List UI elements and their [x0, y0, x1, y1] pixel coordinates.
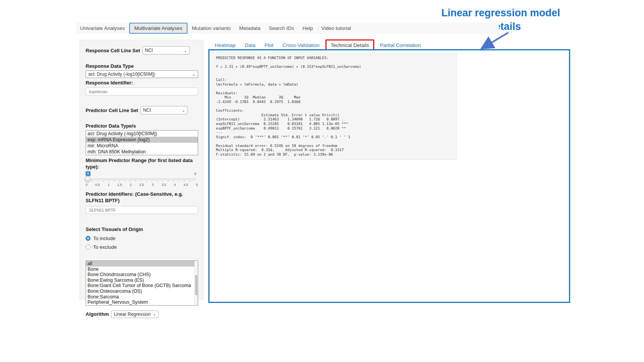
- nav-mutation-variants[interactable]: Mutation variants: [188, 23, 235, 33]
- nav-help[interactable]: Help: [298, 23, 317, 33]
- list-option[interactable]: Bone:Giant Cell Tumor of Bone (GCTB) Sar…: [86, 283, 198, 289]
- list-option[interactable]: Bone:Osteosarcoma (OS): [86, 289, 198, 294]
- control-sidebar: Response Cell Line Set NCI ⌄ Response Da…: [80, 40, 203, 300]
- predictor-identifiers-input[interactable]: SLFN11 BPTF: [86, 206, 198, 214]
- slider-ticks: [87, 181, 195, 182]
- list-option[interactable]: act: Drug Activity (-log10[IC50M]): [86, 131, 198, 137]
- tab-technical-details[interactable]: Technical Details: [327, 41, 373, 50]
- technical-details-panel: PREDICTED RESPONSE AS A FUNCTION OF INPU…: [208, 49, 570, 303]
- tick-label: 3.5: [161, 183, 166, 187]
- list-option-selected[interactable]: all: [86, 261, 198, 267]
- nav-univariate-analyses[interactable]: Univariate Analyses: [76, 23, 129, 33]
- chevron-down-icon: ⌄: [192, 72, 195, 76]
- tick-label: 1: [108, 183, 109, 187]
- response-cell-line-set-select[interactable]: NCI ⌄: [142, 46, 190, 55]
- tick-label: 2: [130, 183, 132, 187]
- list-option[interactable]: Bone:Chondrosarcoma (CHS): [86, 272, 198, 278]
- tick-label: 5: [196, 183, 198, 187]
- predictor-data-types-listbox: act: Drug Activity (-log10[IC50M]) exp: …: [86, 130, 198, 155]
- tick-label: 2.5: [139, 183, 144, 187]
- min-predictor-range-label: Minimum Predictor Range (for first liste…: [86, 157, 195, 170]
- predictor-cell-line-set-label: Predictor Cell Line Set: [86, 107, 138, 114]
- tick-label: 0.5: [95, 183, 100, 187]
- algorithm-select[interactable]: Linear Regression ⌄: [111, 311, 159, 318]
- predictor-cell-line-set-value: NCI: [143, 108, 151, 113]
- slider-max-label: 5: [194, 172, 196, 176]
- predictor-cell-line-set-select[interactable]: NCI ⌄: [141, 106, 188, 114]
- list-option[interactable]: Bone:Ewing Sarcoma (ES): [86, 278, 198, 283]
- chevron-down-icon: ⌄: [182, 108, 185, 112]
- tick-label: 4.5: [184, 183, 188, 187]
- scrollbar-thumb[interactable]: [195, 275, 197, 295]
- annotation-line1: Linear regression model: [441, 6, 560, 20]
- response-data-type-value: act: Drug Activity (-log10[IC50M]): [88, 72, 155, 77]
- slider-track[interactable]: [86, 178, 196, 180]
- listbox-scrollbar[interactable]: [194, 261, 198, 305]
- predictor-data-types-label: Predictor Data Type/s: [86, 123, 197, 129]
- response-data-type-label: Response Data Type: [86, 63, 197, 69]
- tissue-listbox: all Bone Bone:Chondrosarcoma (CHS) Bone:…: [86, 261, 198, 306]
- algorithm-label: Algorithm: [86, 311, 109, 317]
- regression-model-output: PREDICTED RESPONSE AS A FUNCTION OF INPU…: [212, 53, 457, 160]
- nav-multivariate-analyses[interactable]: Multivariate Analyses: [129, 23, 188, 34]
- nav-search-ids[interactable]: Search IDs: [264, 23, 298, 33]
- tick-label: 1.5: [117, 183, 122, 187]
- nav-video-tutorial[interactable]: Video tutorial: [317, 23, 355, 33]
- response-cell-line-set-value: NCI: [145, 48, 153, 53]
- list-option[interactable]: Bone:Sarcoma: [86, 294, 198, 300]
- list-option[interactable]: Bone: [86, 267, 198, 272]
- tissue-origin-label: Select Tissue/s of Origin: [86, 226, 197, 232]
- tick-label: 0: [86, 183, 88, 187]
- radio-to-include[interactable]: To include: [86, 236, 197, 241]
- response-identifier-value: topotecan: [89, 89, 107, 94]
- list-option-selected[interactable]: exp: mRNA Expression (log2): [86, 137, 198, 143]
- radio-to-exclude[interactable]: To exclude: [86, 244, 197, 250]
- predictor-identifiers-value: SLFN11 BPTF: [89, 208, 116, 212]
- slider-tick-labels: 0 0.5 1 1.5 2 2.5 3 3.5 4 4.5 5: [86, 183, 198, 187]
- radio-to-exclude-label: To exclude: [93, 244, 117, 250]
- tick-label: 4: [174, 183, 176, 187]
- slider-value-badge: 0: [86, 171, 91, 176]
- list-option[interactable]: mth: DNA 850K Methylation: [86, 149, 198, 155]
- response-identifier-label: Response Identifier:: [86, 80, 197, 86]
- annotation-arrow-icon: [474, 31, 515, 51]
- tick-label: 3: [152, 183, 154, 187]
- slider-handle[interactable]: [84, 176, 91, 183]
- response-data-type-select[interactable]: act: Drug Activity (-log10[IC50M]) ⌄: [86, 70, 198, 78]
- nav-metadata[interactable]: Metadata: [235, 23, 264, 33]
- radio-button-icon: [86, 236, 91, 241]
- top-navbar: Univariate Analyses Multivariate Analyse…: [76, 22, 499, 34]
- list-option[interactable]: Peripheral_Nervous_System: [86, 300, 198, 305]
- predictor-identifiers-label: Predictor Identifiers: (Case-Sensitive, …: [86, 191, 197, 204]
- chevron-down-icon: ⌄: [184, 48, 187, 53]
- min-predictor-range-slider: 0 5 0 0.5 1 1.5 2 2.5 3 3.5 4 4.5 5: [86, 171, 196, 188]
- radio-to-include-label: To include: [93, 236, 116, 241]
- response-identifier-input[interactable]: topotecan: [86, 87, 198, 95]
- algorithm-value: Linear Regression: [114, 312, 150, 317]
- response-cell-line-set-label: Response Cell Line Set: [86, 47, 140, 54]
- chevron-down-icon: ⌄: [153, 312, 156, 316]
- radio-button-icon: [86, 245, 91, 250]
- list-option[interactable]: mir: MicroRNA: [86, 143, 198, 149]
